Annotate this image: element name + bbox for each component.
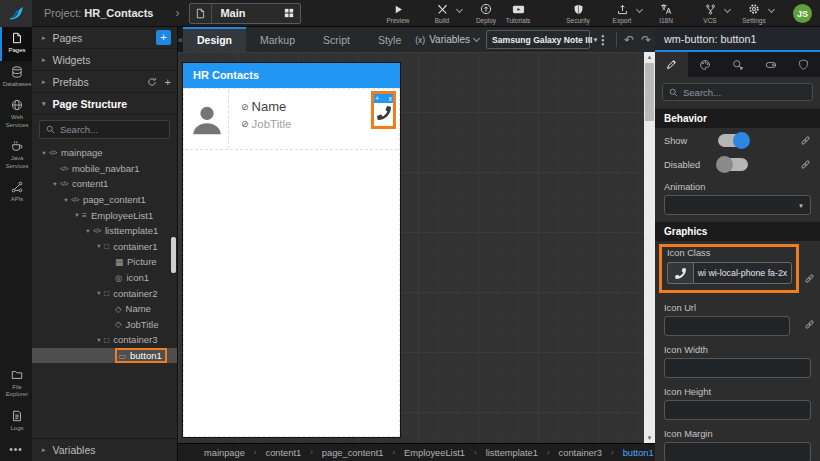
tree-node-icon1[interactable]: ◎icon1 [32, 270, 177, 286]
rail-item-label: Java Services [2, 155, 32, 170]
widget-add-icon[interactable]: + [375, 95, 379, 102]
icon-class-input[interactable]: wi wi-local-phone fa-2x [693, 262, 792, 284]
variables-dropdown[interactable]: (x) Variables [415, 34, 479, 45]
tab-markup[interactable]: Markup [246, 27, 309, 52]
tab-events[interactable] [721, 52, 754, 77]
tree-node-employeelist1[interactable]: ▾≡EmployeeList1 [32, 207, 177, 223]
chevron-down-icon[interactable]: ▾ [72, 211, 82, 219]
properties-search-input[interactable]: Search... [662, 83, 813, 101]
chevron-down-icon[interactable]: ▾ [39, 149, 49, 157]
topbar-action-build[interactable]: Build [420, 0, 464, 27]
tree-search-input[interactable]: Search... [39, 120, 170, 139]
icon-width-input[interactable] [664, 358, 811, 378]
rail-item-web-services[interactable]: Web Services [0, 94, 32, 135]
tree-node-picture[interactable]: ▦Picture [32, 254, 177, 270]
tab-properties[interactable] [655, 52, 688, 77]
tree-node-page_content1[interactable]: ▾</>page_content1 [32, 192, 177, 208]
tree-node-container2[interactable]: ▾□container2 [32, 285, 177, 301]
breadcrumb-item-mainpage[interactable]: mainpage [204, 448, 245, 458]
tree-node-mainpage[interactable]: ▾</>mainpage [32, 145, 177, 161]
tree-node-container1[interactable]: ▾□container1 [32, 239, 177, 255]
breadcrumb-item-EmployeeList1[interactable]: EmployeeList1 [404, 448, 465, 458]
design-canvas[interactable]: HR Contacts ⊘ Name [178, 52, 655, 443]
topbar-action-settings[interactable]: Settings [732, 0, 776, 27]
topbar-action-vcs[interactable]: VCS [688, 0, 732, 27]
breadcrumb-item-page_content1[interactable]: page_content1 [322, 448, 384, 458]
rail-item-pages[interactable]: Pages [0, 27, 32, 61]
rail-item-file-explorer[interactable]: File Explorer [0, 364, 32, 405]
more-options-icon[interactable]: ⋮ [597, 34, 609, 46]
add-page-button[interactable]: + [156, 30, 171, 45]
scroll-down-icon[interactable]: ▼ [644, 433, 655, 443]
tree-node-jobtitle[interactable]: ◇JobTitle [32, 317, 177, 333]
tab-device[interactable] [754, 52, 787, 77]
panel-section-widgets[interactable]: ▸Widgets [32, 49, 177, 71]
scroll-up-icon[interactable]: ▲ [644, 52, 655, 62]
panel-section-page-structure[interactable]: ▾Page Structure [32, 93, 177, 115]
panel-section-prefabs[interactable]: ▸Prefabs+ [32, 71, 177, 93]
tab-design[interactable]: Design [183, 27, 246, 52]
rail-more-icon[interactable]: ••• [0, 438, 32, 461]
tab-style[interactable]: Style [364, 27, 415, 52]
redo-button[interactable]: ↷ [641, 33, 651, 47]
icon-margin-input[interactable] [664, 442, 811, 461]
disabled-toggle[interactable] [718, 158, 748, 171]
icon-picker-button[interactable] [667, 262, 693, 284]
mobile-page-content[interactable]: ⊘ Name ⊘ JobTitle + x [183, 88, 400, 437]
project-chevron-icon[interactable]: › [175, 6, 179, 20]
employee-list-item[interactable]: ⊘ Name ⊘ JobTitle + x [185, 90, 398, 150]
tree-node-content1[interactable]: ▾</>content1 [32, 176, 177, 192]
bind-link-icon[interactable] [800, 135, 811, 146]
topbar-action-export[interactable]: Export [600, 0, 644, 27]
chevron-down-icon[interactable]: ▾ [50, 180, 60, 188]
rail-item-databases[interactable]: Databases [0, 61, 32, 95]
variables-section[interactable]: ▸ Variables [32, 438, 177, 461]
chevron-down-icon[interactable]: ▾ [94, 289, 104, 297]
chevron-down-icon[interactable]: ▾ [61, 196, 71, 204]
topbar-action-security[interactable]: Security [556, 0, 600, 27]
scrollbar-thumb[interactable] [645, 63, 654, 121]
wavemaker-logo[interactable] [0, 0, 32, 27]
user-avatar[interactable]: JS [793, 4, 812, 23]
rail-item-java-services[interactable]: Java Services [0, 135, 32, 176]
page-switcher[interactable]: Main [189, 3, 301, 24]
bind-link-icon[interactable] [804, 273, 815, 284]
chevron-down-icon[interactable]: ▾ [94, 242, 104, 250]
selected-phone-button[interactable]: + x [371, 91, 396, 129]
device-selector[interactable]: Samsung Galaxy Note III ▼ [486, 30, 590, 49]
tree-node-listtemplate1[interactable]: ▾</>listtemplate1 [32, 223, 177, 239]
panel-section-pages[interactable]: ▸Pages+ [32, 27, 177, 49]
breadcrumb-item-container3[interactable]: container3 [559, 448, 602, 458]
icon-url-input[interactable] [664, 316, 790, 336]
breadcrumb-item-content1[interactable]: content1 [266, 448, 302, 458]
tab-styles[interactable] [688, 52, 721, 77]
page-grid-icon[interactable] [278, 8, 300, 18]
rail-item-logs[interactable]: Logs [0, 405, 32, 439]
tab-security[interactable] [787, 52, 820, 77]
chevron-down-icon[interactable]: ▾ [94, 336, 104, 344]
bind-link-icon[interactable] [804, 319, 815, 330]
chevron-down-icon[interactable]: ▾ [83, 227, 93, 235]
topbar-action-preview[interactable]: Preview [376, 0, 420, 27]
tree-node-container3[interactable]: ▾□container3 [32, 332, 177, 348]
show-toggle[interactable] [718, 134, 748, 147]
undo-button[interactable]: ↶ [624, 33, 634, 47]
topbar-action-tutorials[interactable]: Tutorials [496, 0, 540, 27]
canvas-scrollbar[interactable]: ▲ ▼ [644, 52, 655, 443]
bind-link-icon[interactable] [800, 159, 811, 170]
icon-height-input[interactable] [664, 400, 811, 420]
breadcrumb-item-listtemplate1[interactable]: listtemplate1 [486, 448, 538, 458]
tab-script[interactable]: Script [309, 27, 364, 52]
tree-node-button1[interactable]: ▭button1 [32, 348, 177, 364]
rail-item-apis[interactable]: APIs [0, 176, 32, 210]
tree-node-name[interactable]: ◇Name [32, 301, 177, 317]
tree-node-mobile_navbar1[interactable]: </>mobile_navbar1 [32, 161, 177, 177]
employee-picture[interactable] [185, 90, 229, 149]
topbar-action-i18n[interactable]: I18N [644, 0, 688, 27]
refresh-icon[interactable] [147, 77, 157, 87]
add-icon[interactable]: + [165, 76, 171, 88]
animation-select[interactable]: ▼ [664, 195, 811, 215]
widget-close-icon[interactable]: x [389, 95, 393, 102]
tree-scrollbar[interactable] [171, 237, 176, 273]
breadcrumb-item-button1[interactable]: button1 [623, 448, 654, 458]
